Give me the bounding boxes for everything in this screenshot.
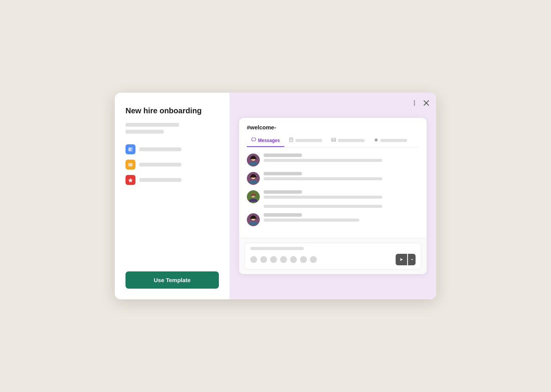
feature-text-2 bbox=[139, 163, 181, 167]
send-dropdown-button[interactable] bbox=[408, 254, 416, 265]
tab2-skeleton bbox=[295, 139, 322, 142]
messages-tab-label: Messages bbox=[258, 138, 280, 143]
top-icons bbox=[411, 100, 429, 106]
svg-rect-2 bbox=[129, 149, 131, 150]
svg-point-22 bbox=[333, 139, 333, 140]
msg-title-1 bbox=[264, 154, 302, 157]
chat-window: #welcome- Messages bbox=[239, 118, 427, 274]
message-row-3 bbox=[247, 190, 419, 208]
close-button[interactable] bbox=[423, 100, 429, 106]
desc-skeleton-line-1 bbox=[126, 123, 179, 127]
svg-point-14 bbox=[414, 105, 415, 106]
tab-3[interactable] bbox=[327, 134, 369, 147]
msg-title-4 bbox=[264, 213, 302, 217]
msg-body-4 bbox=[264, 219, 359, 222]
message-input[interactable] bbox=[245, 243, 421, 270]
svg-marker-23 bbox=[374, 138, 378, 142]
feature-item-3 bbox=[126, 175, 219, 185]
feature-text-3 bbox=[139, 178, 181, 182]
desc-skeleton-line-2 bbox=[126, 130, 164, 134]
left-panel: New hire onboarding bbox=[115, 93, 230, 299]
msg-body-2 bbox=[264, 177, 382, 180]
toolbar-icon-7[interactable] bbox=[310, 256, 317, 263]
feature-icon-2 bbox=[126, 160, 135, 170]
chat-input-area[interactable] bbox=[239, 238, 427, 274]
avatar-2 bbox=[247, 172, 260, 185]
description-skeleton bbox=[126, 123, 219, 134]
tab3-icon bbox=[331, 137, 336, 143]
msg-body-3a bbox=[264, 196, 382, 199]
feature-item-2 bbox=[126, 160, 219, 170]
panel-title: New hire onboarding bbox=[126, 106, 219, 115]
avatar-3 bbox=[247, 190, 260, 203]
message-content-4 bbox=[264, 213, 419, 226]
message-content-1 bbox=[264, 154, 419, 167]
svg-point-13 bbox=[414, 103, 415, 104]
svg-rect-3 bbox=[129, 150, 131, 151]
feature-icon-1 bbox=[126, 144, 135, 154]
messages-tab-icon bbox=[251, 137, 256, 143]
input-bottom-row bbox=[250, 254, 416, 265]
chat-header: #welcome- Messages bbox=[239, 118, 427, 147]
tab-messages[interactable]: Messages bbox=[247, 134, 284, 147]
feature-text-1 bbox=[139, 147, 181, 151]
toolbar-icon-3[interactable] bbox=[270, 256, 277, 263]
chat-messages bbox=[239, 147, 427, 238]
message-content-2 bbox=[264, 172, 419, 185]
tabs-bar: Messages bbox=[247, 134, 419, 147]
tab-4[interactable] bbox=[369, 134, 412, 147]
formatting-toolbar bbox=[250, 256, 317, 263]
svg-marker-11 bbox=[128, 178, 133, 183]
right-panel: #welcome- Messages bbox=[230, 93, 436, 299]
msg-gap-3 bbox=[264, 201, 419, 203]
svg-rect-17 bbox=[252, 138, 256, 141]
message-row-4 bbox=[247, 213, 419, 226]
svg-point-12 bbox=[414, 101, 415, 102]
message-content-3 bbox=[264, 190, 419, 208]
toolbar-icon-5[interactable] bbox=[290, 256, 297, 263]
send-button[interactable] bbox=[396, 254, 407, 265]
msg-body-3b bbox=[264, 205, 382, 208]
tab3-skeleton bbox=[338, 139, 365, 142]
svg-rect-9 bbox=[129, 165, 130, 166]
svg-rect-5 bbox=[129, 163, 130, 164]
toolbar-icon-2[interactable] bbox=[260, 256, 267, 263]
toolbar-icon-6[interactable] bbox=[300, 256, 307, 263]
svg-rect-10 bbox=[130, 165, 132, 166]
msg-body-1 bbox=[264, 159, 382, 162]
msg-title-3 bbox=[264, 190, 302, 194]
msg-title-2 bbox=[264, 172, 302, 175]
tab2-icon bbox=[289, 137, 293, 143]
send-button-group bbox=[396, 254, 416, 265]
message-row-2 bbox=[247, 172, 419, 185]
avatar-4 bbox=[247, 213, 260, 226]
feature-icon-3 bbox=[126, 175, 135, 185]
use-template-button[interactable]: Use Template bbox=[126, 271, 219, 289]
more-options-button[interactable] bbox=[411, 100, 418, 106]
tab4-icon bbox=[374, 137, 378, 143]
tab4-skeleton bbox=[380, 139, 407, 142]
feature-item-1 bbox=[126, 144, 219, 154]
toolbar-icon-4[interactable] bbox=[280, 256, 287, 263]
toolbar-icon-1[interactable] bbox=[250, 256, 257, 263]
tab-2[interactable] bbox=[284, 134, 327, 147]
svg-rect-6 bbox=[130, 163, 132, 164]
svg-rect-7 bbox=[129, 165, 130, 165]
avatar-1 bbox=[247, 154, 260, 167]
channel-name: #welcome- bbox=[247, 124, 419, 131]
svg-rect-1 bbox=[129, 148, 132, 149]
message-row-1 bbox=[247, 154, 419, 167]
modal-container: New hire onboarding bbox=[115, 93, 436, 299]
svg-rect-8 bbox=[130, 165, 132, 165]
input-skeleton-text bbox=[250, 247, 304, 250]
